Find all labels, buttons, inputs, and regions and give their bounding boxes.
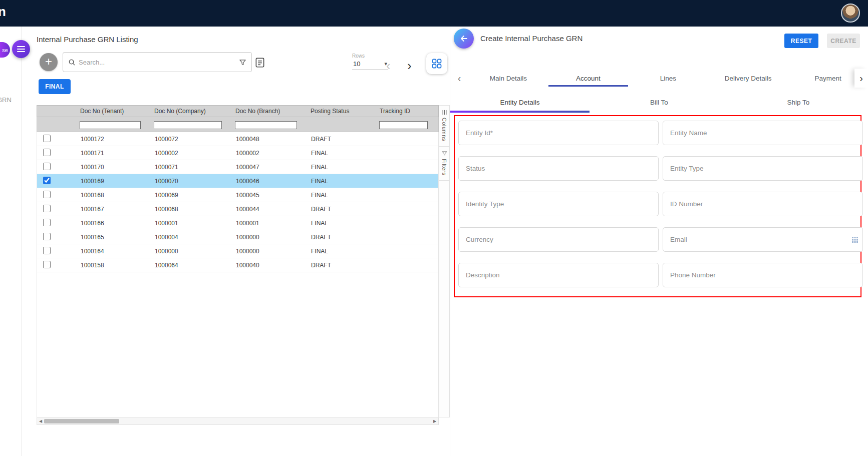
subtab-entity-details[interactable]: Entity Details	[450, 92, 590, 113]
grn-table: Doc No (Tenant) Doc No (Company) Doc No …	[37, 105, 439, 417]
row-checkbox[interactable]	[43, 149, 51, 156]
email-autofill-icon[interactable]	[852, 237, 858, 243]
table-row[interactable]: 1000165 1000004 1000000 DRAFT	[37, 230, 438, 244]
top-bar: n	[0, 0, 868, 27]
row-checkbox[interactable]	[43, 177, 51, 184]
cell-doc-no-branch: 1000000	[233, 248, 309, 255]
table-row[interactable]: 1000158 1000064 1000040 DRAFT	[37, 258, 438, 272]
reset-button[interactable]: RESET	[784, 34, 818, 48]
column-header-doc-no-branch[interactable]: Doc No (Branch)	[233, 108, 309, 115]
table-row[interactable]: 1000171 1000002 1000002 FINAL	[37, 146, 438, 160]
cell-posting-status: DRAFT	[309, 234, 378, 241]
grid-view-button[interactable]	[426, 53, 447, 74]
filter-input-doc-no-branch[interactable]	[235, 121, 297, 129]
subtab-bill-to[interactable]: Bill To	[590, 92, 729, 113]
entity-id-input[interactable]	[458, 121, 659, 145]
search-input[interactable]	[79, 59, 236, 66]
final-status-chip[interactable]: FINAL	[39, 79, 71, 94]
cell-doc-no-branch: 1000044	[233, 206, 309, 213]
table-row[interactable]: 1000168 1000069 1000045 FINAL	[37, 188, 438, 202]
cell-doc-no-branch: 1000047	[233, 164, 309, 171]
filter-input-tracking-id[interactable]	[379, 121, 428, 129]
table-row[interactable]: 1000170 1000071 1000047 FINAL	[37, 160, 438, 174]
cell-doc-no-tenant: 1000171	[78, 150, 152, 157]
cell-doc-no-tenant: 1000167	[78, 206, 152, 213]
currency-input[interactable]	[458, 227, 659, 252]
horizontal-scrollbar[interactable]: ◀ ▶	[37, 417, 439, 425]
row-checkbox[interactable]	[43, 233, 51, 240]
tab-lines[interactable]: Lines	[628, 70, 708, 87]
rows-per-page-value: 10	[353, 60, 360, 68]
sidebar-menu-item-grn[interactable]: GRN	[0, 96, 12, 104]
scroll-right-icon[interactable]: ▶	[432, 418, 438, 424]
table-row[interactable]: 1000164 1000000 1000000 FINAL	[37, 244, 438, 258]
scroll-left-icon[interactable]: ◀	[38, 418, 44, 424]
filters-tool-label: Filters	[441, 159, 447, 175]
back-button[interactable]	[454, 29, 474, 49]
cell-doc-no-tenant: 1000169	[78, 178, 152, 185]
previous-page-button[interactable]: ‹	[386, 58, 391, 74]
logo-fragment: n	[0, 4, 6, 20]
filter-input-doc-no-tenant[interactable]	[80, 121, 141, 129]
entity-name-input[interactable]	[663, 121, 863, 145]
column-header-posting-status[interactable]: Posting Status	[309, 108, 378, 115]
cell-posting-status: DRAFT	[309, 136, 378, 143]
column-header-doc-no-tenant[interactable]: Doc No (Tenant)	[78, 108, 152, 115]
subtab-ship-to[interactable]: Ship To	[729, 92, 868, 113]
sidebar-pill-fragment: se	[0, 42, 10, 58]
tabs-scroll-right-button[interactable]: ›	[854, 69, 868, 88]
column-header-doc-no-company[interactable]: Doc No (Company)	[152, 108, 233, 115]
cell-doc-no-tenant: 1000170	[78, 164, 152, 171]
search-filter-funnel-icon[interactable]	[239, 59, 246, 66]
grn-listing-panel: Internal Purchase GRN Listing + Rows 10 …	[37, 33, 450, 428]
row-checkbox[interactable]	[43, 205, 51, 212]
entity-details-form	[458, 121, 863, 287]
phone-number-input[interactable]	[663, 263, 863, 287]
table-row[interactable]: 1000166 1000001 1000001 FINAL	[37, 216, 438, 230]
search-box[interactable]	[63, 52, 252, 72]
cell-doc-no-company: 1000064	[152, 262, 233, 269]
scrollbar-thumb[interactable]	[44, 419, 119, 423]
tab-delivery-details[interactable]: Delivery Details	[708, 70, 788, 87]
user-avatar[interactable]	[841, 4, 860, 23]
rows-per-page-select[interactable]: 10 ▾	[352, 59, 388, 70]
table-row[interactable]: 1000167 1000068 1000044 DRAFT	[37, 202, 438, 216]
sidebar-toggle-button[interactable]	[12, 40, 30, 58]
table-filter-row	[37, 117, 439, 132]
panel-title: Create Internal Purchase GRN	[480, 34, 583, 43]
email-input[interactable]	[663, 227, 863, 252]
cell-doc-no-company: 1000070	[152, 178, 233, 185]
tab-main-details[interactable]: Main Details	[468, 70, 548, 87]
arrow-left-icon	[459, 34, 468, 43]
tab-account[interactable]: Account	[548, 70, 629, 87]
cell-doc-no-company: 1000000	[152, 248, 233, 255]
table-header-row: Doc No (Tenant) Doc No (Company) Doc No …	[37, 105, 439, 117]
columns-tool-button[interactable]: Columns	[439, 106, 449, 147]
column-header-tracking-id[interactable]: Tracking ID	[378, 108, 439, 115]
add-record-button[interactable]: +	[40, 53, 58, 71]
cell-doc-no-company: 1000071	[152, 164, 233, 171]
table-row[interactable]: 1000172 1000072 1000048 DRAFT	[37, 132, 438, 146]
row-checkbox[interactable]	[43, 219, 51, 226]
row-checkbox[interactable]	[43, 247, 51, 254]
row-checkbox[interactable]	[43, 163, 51, 170]
tabs-scroll-left-icon[interactable]: ‹	[450, 70, 468, 87]
cell-doc-no-branch: 1000001	[233, 220, 309, 227]
create-button[interactable]: CREATE	[827, 34, 860, 48]
listing-title: Internal Purchase GRN Listing	[37, 35, 138, 44]
entity-type-input[interactable]	[663, 156, 863, 181]
table-row[interactable]: 1000169 1000070 1000046 FINAL	[37, 174, 438, 188]
row-checkbox[interactable]	[43, 135, 51, 142]
row-checkbox[interactable]	[43, 191, 51, 198]
identity-type-input[interactable]	[458, 192, 659, 216]
filters-tool-button[interactable]: Filters	[439, 147, 449, 181]
saved-filter-icon[interactable]	[254, 57, 266, 69]
row-checkbox[interactable]	[43, 261, 51, 268]
next-page-button[interactable]: ›	[407, 58, 412, 74]
rows-label: Rows	[352, 53, 388, 59]
status-input[interactable]	[458, 156, 659, 181]
description-input[interactable]	[458, 263, 659, 287]
filter-input-doc-no-company[interactable]	[154, 121, 222, 129]
id-number-input[interactable]	[663, 192, 863, 216]
phone-number-field	[663, 263, 863, 287]
